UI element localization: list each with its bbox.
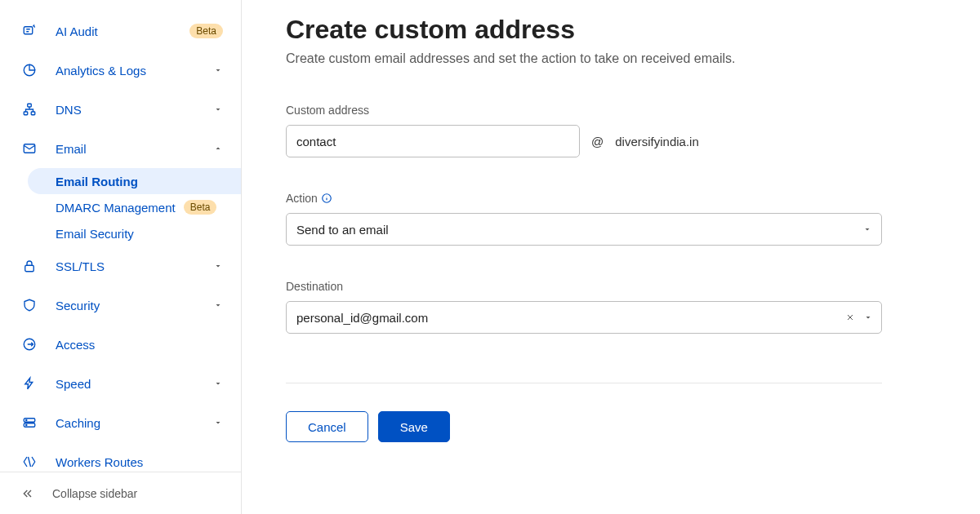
- sub-label: Email Security: [56, 227, 134, 241]
- sidebar-item-ai-audit[interactable]: AI Audit Beta: [0, 11, 241, 51]
- collapse-icon: [21, 487, 38, 500]
- beta-badge: Beta: [184, 200, 217, 215]
- shield-icon: [21, 297, 38, 313]
- sidebar-item-ssl[interactable]: SSL/TLS: [0, 246, 241, 286]
- nav-label: Analytics & Logs: [56, 64, 213, 78]
- form-actions: Cancel Save: [286, 411, 931, 442]
- sub-label: DMARC Management: [56, 201, 176, 215]
- chevron-up-icon: [213, 144, 223, 153]
- nav-label: DNS: [56, 103, 213, 117]
- page-subtitle: Create custom email addresses and set th…: [286, 51, 931, 66]
- bolt-icon: [21, 375, 38, 392]
- cancel-button[interactable]: Cancel: [286, 411, 368, 442]
- info-icon[interactable]: [321, 193, 332, 204]
- nav-label: Workers Routes: [56, 455, 223, 469]
- caching-icon: [21, 414, 38, 431]
- ai-audit-icon: [21, 23, 38, 39]
- sidebar-item-caching[interactable]: Caching: [0, 403, 241, 442]
- domain-text: diversifyindia.in: [615, 135, 699, 148]
- sidebar-item-security[interactable]: Security: [0, 286, 241, 325]
- custom-address-label: Custom address: [286, 104, 931, 117]
- collapse-label: Collapse sidebar: [52, 487, 137, 500]
- svg-rect-3: [31, 112, 35, 115]
- chevron-down-icon: [213, 104, 223, 114]
- chevron-down-icon: [213, 300, 223, 310]
- chevron-down-icon[interactable]: [863, 312, 873, 322]
- email-icon: [21, 140, 38, 157]
- nav-label: SSL/TLS: [56, 259, 213, 273]
- sidebar-item-dns[interactable]: DNS: [0, 90, 241, 129]
- email-submenu: Email Routing DMARC Management Beta Emai…: [0, 168, 241, 246]
- svg-point-9: [26, 419, 27, 420]
- chevron-down-icon: [213, 65, 223, 75]
- svg-rect-1: [28, 104, 32, 107]
- svg-rect-5: [25, 265, 34, 272]
- custom-address-input[interactable]: [286, 125, 580, 157]
- nav-label: Access: [56, 338, 223, 352]
- action-select[interactable]: Send to an email: [286, 213, 882, 246]
- workers-icon: [21, 454, 38, 470]
- sidebar-subitem-email-security[interactable]: Email Security: [56, 220, 241, 246]
- sidebar-nav: AI Audit Beta Analytics & Logs: [0, 0, 241, 472]
- svg-point-10: [26, 424, 27, 425]
- nav-label: Email: [56, 142, 213, 156]
- svg-rect-0: [24, 27, 33, 34]
- analytics-icon: [21, 62, 38, 78]
- main-panel: Create custom address Create custom emai…: [242, 0, 980, 514]
- chevron-down-icon: [213, 418, 223, 428]
- lock-icon: [21, 258, 38, 274]
- destination-label: Destination: [286, 280, 931, 293]
- destination-combobox[interactable]: personal_id@gmail.com: [286, 301, 882, 334]
- sidebar-item-workers[interactable]: Workers Routes: [0, 442, 241, 472]
- clear-icon[interactable]: [842, 309, 858, 326]
- nav-label: Caching: [56, 416, 213, 430]
- at-symbol: @: [591, 135, 604, 148]
- sidebar-item-speed[interactable]: Speed: [0, 364, 241, 403]
- action-label: Action: [286, 192, 318, 205]
- nav-label: Speed: [56, 377, 213, 391]
- svg-rect-2: [24, 112, 28, 115]
- divider: [286, 383, 882, 383]
- access-icon: [21, 336, 38, 352]
- sidebar-item-analytics[interactable]: Analytics & Logs: [0, 51, 241, 90]
- nav-label: AI Audit: [56, 24, 181, 38]
- beta-badge: Beta: [189, 24, 223, 38]
- field-destination: Destination personal_id@gmail.com: [286, 280, 931, 334]
- destination-value: personal_id@gmail.com: [296, 311, 842, 325]
- dns-icon: [21, 101, 38, 117]
- chevron-down-icon: [213, 261, 223, 271]
- sidebar-subitem-dmarc[interactable]: DMARC Management Beta: [56, 194, 241, 220]
- sub-label: Email Routing: [56, 175, 138, 188]
- sidebar: AI Audit Beta Analytics & Logs: [0, 0, 242, 514]
- page-title: Create custom address: [286, 15, 931, 45]
- nav-label: Security: [56, 299, 213, 312]
- save-button[interactable]: Save: [378, 411, 450, 442]
- collapse-sidebar-button[interactable]: Collapse sidebar: [0, 472, 241, 514]
- sidebar-item-email[interactable]: Email: [0, 129, 241, 168]
- sidebar-subitem-email-routing[interactable]: Email Routing: [28, 168, 241, 194]
- field-action: Action Send to an email: [286, 192, 931, 246]
- sidebar-item-access[interactable]: Access: [0, 325, 241, 364]
- chevron-down-icon: [213, 379, 223, 388]
- field-custom-address: Custom address @ diversifyindia.in: [286, 104, 931, 157]
